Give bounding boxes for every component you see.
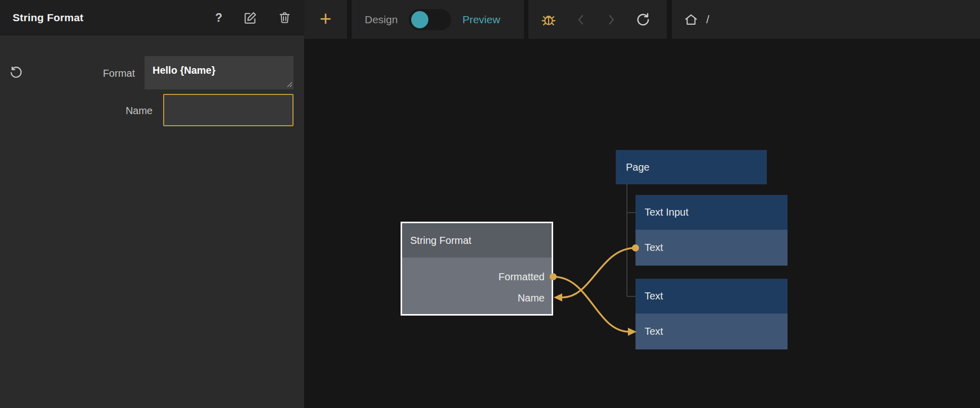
toggle-knob [411, 11, 428, 28]
hierarchy-line [627, 184, 635, 296]
breadcrumb-path[interactable]: / [706, 13, 709, 26]
port-name-input[interactable]: Name [518, 292, 545, 304]
help-button[interactable]: ? [215, 11, 222, 25]
properties-sidebar: String Format ? [0, 0, 304, 408]
design-mode-label[interactable]: Design [365, 14, 398, 26]
add-node-button[interactable]: + [320, 11, 331, 29]
port-formatted-output[interactable]: Formatted [499, 271, 545, 283]
node-text-input-header: Text Input [635, 195, 788, 230]
home-button[interactable] [684, 13, 698, 27]
design-preview-toggle[interactable] [409, 9, 451, 30]
bug-icon [541, 12, 557, 28]
chevron-right-icon [605, 12, 617, 27]
format-input[interactable]: Hello {Name} [144, 56, 293, 89]
debug-button[interactable] [541, 12, 557, 28]
chevron-left-icon [575, 12, 587, 27]
node-page-title: Page [626, 162, 650, 173]
format-property-label: Format [0, 68, 135, 79]
node-text-port-text[interactable]: Text [635, 314, 788, 349]
toolbar-path-section: / [672, 0, 980, 39]
edit-button[interactable] [243, 11, 257, 25]
sidebar-header: String Format ? [0, 0, 304, 35]
arrow-into-name-port [554, 293, 562, 301]
edit-icon [243, 11, 257, 25]
toolbar-mode-section: Design Preview [352, 0, 524, 39]
name-property-label: Name [0, 105, 153, 117]
node-title: String Format [13, 12, 83, 24]
refresh-button[interactable] [635, 12, 651, 27]
refresh-icon [635, 12, 651, 27]
delete-button[interactable] [278, 11, 291, 24]
preview-mode-label[interactable]: Preview [462, 14, 500, 26]
name-input[interactable] [163, 94, 293, 126]
node-text-input[interactable]: Text Input Text [635, 195, 788, 266]
home-icon [684, 13, 698, 27]
toolbar-add-section: + [304, 0, 347, 39]
node-text[interactable]: Text Text [635, 279, 788, 349]
node-string-format[interactable]: String Format Formatted Name [401, 222, 553, 316]
sidebar-header-icons: ? [215, 0, 291, 35]
node-text-input-port-text[interactable]: Text [635, 230, 788, 266]
plus-icon: + [320, 9, 331, 29]
help-icon: ? [215, 11, 222, 25]
toolbar-nav-section [528, 0, 667, 39]
back-button[interactable] [575, 12, 587, 27]
trash-icon [278, 11, 291, 24]
node-string-format-header: String Format [402, 223, 552, 258]
connection-textinput-to-name[interactable] [563, 248, 635, 297]
app-window: String Format ? [0, 0, 980, 408]
forward-button[interactable] [605, 12, 617, 27]
node-text-header: Text [635, 279, 788, 314]
connection-formatted-to-text[interactable] [553, 277, 629, 332]
node-page[interactable]: Page [616, 150, 767, 184]
